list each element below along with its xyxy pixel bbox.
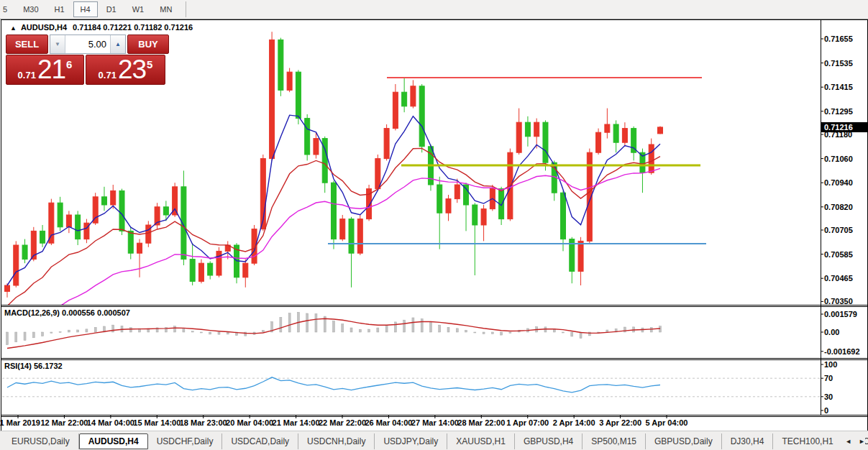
buy-button[interactable]: BUY (127, 35, 169, 54)
one-click-trade-panel: SELL ▼ 5.00 ▲ BUY 0.71216 0.71235 (6, 35, 172, 85)
toolbar-separator (186, 1, 186, 17)
tab-scroll-arrows: ◄ ► (839, 431, 865, 450)
macd-plot[interactable] (6, 312, 662, 348)
price-tick: 0.70465 (824, 274, 853, 283)
date-tick: 22 Mar 22:00 (319, 418, 366, 427)
volume-increase-button[interactable]: ▲ (110, 35, 125, 53)
rsi-label: RSI(14) 56.1732 (4, 362, 63, 370)
rsi-tick: 100 (824, 360, 837, 369)
volume-spinner: ▼ 5.00 ▲ (50, 35, 126, 54)
timeframe-button-h1[interactable]: H1 (47, 1, 72, 17)
triangle-down-icon: ▼ (55, 41, 60, 47)
volume-decrease-button[interactable]: ▼ (50, 35, 65, 53)
price-tick: 0.71655 (824, 35, 853, 43)
sell-price-prefix: 0.71 (18, 70, 36, 81)
date-tick: 14 Mar 04:00 (87, 418, 134, 427)
price-tick: 0.71295 (824, 107, 853, 116)
timeframe-button-mn[interactable]: MN (152, 1, 179, 17)
rsi-tick: 30 (824, 392, 833, 401)
timeframe-button-5[interactable]: 5 (1, 1, 14, 17)
date-tick: 3 Apr 22:00 (599, 418, 641, 427)
tab-scroll-left-button[interactable]: ◄ (845, 438, 851, 445)
chart-title: ▲AUDUSD,H40.71184 0.71221 0.71182 0.7121… (10, 23, 193, 32)
date-tick: 1 Apr 07:00 (506, 418, 549, 427)
chart-tab-eurusd-daily[interactable]: EURUSD,Daily (3, 433, 79, 449)
chart-tab-tech100-h1[interactable]: TECH100,H1 (773, 433, 842, 449)
chart-tab-audusd-h4[interactable]: AUDUSD,H4 (79, 433, 148, 449)
price-tick: 0.70940 (824, 178, 853, 187)
rsi-tick: 0 (824, 406, 828, 415)
timeframe-toolbar: 5M30H1H4D1W1MN (0, 0, 868, 19)
ohlc-values: 0.71184 0.71221 0.71182 0.71216 (73, 23, 193, 32)
buy-price-prefix: 0.71 (99, 70, 117, 81)
date-tick: 21 Mar 14:00 (273, 418, 320, 427)
volume-field[interactable]: 5.00 (65, 35, 110, 53)
rsi-line (7, 377, 660, 392)
price-tick: 0.71535 (824, 59, 853, 68)
rsi-tick: 70 (824, 374, 833, 382)
timeframe-button-h4[interactable]: H4 (73, 1, 98, 17)
tab-scroll-right-button[interactable]: ► (859, 438, 865, 445)
symbol-title: AUDUSD,H4 (21, 23, 67, 32)
price-tick: 0.70585 (824, 250, 853, 259)
buy-price-big: 23 (118, 56, 146, 83)
macd-tick: 0.00 (824, 328, 839, 336)
chart-tab-usdcad-daily[interactable]: USDCAD,Daily (222, 433, 298, 449)
chart-tab-usdchf-daily[interactable]: USDCHF,Daily (148, 433, 223, 449)
timeframe-buttons: 5M30H1H4D1W1MN (0, 1, 180, 17)
date-tick: 12 Mar 22:00 (40, 418, 88, 427)
sell-price-big: 21 (37, 56, 65, 83)
price-tick: 0.71415 (824, 83, 853, 91)
chart-tab-gbpusd-daily[interactable]: GBPUSD,Daily (646, 433, 722, 449)
date-tick: 11 Mar 2019 (0, 418, 40, 427)
price-tick: 0.70705 (824, 226, 853, 234)
one-click-toggle-icon[interactable]: ▲ (10, 24, 17, 32)
chart-tab-usdjpy-daily[interactable]: USDJPY,Daily (375, 433, 447, 449)
chart-window: ▲AUDUSD,H40.71184 0.71221 0.71182 0.7121… (1, 19, 868, 431)
timeframe-button-w1[interactable]: W1 (125, 1, 152, 17)
date-tick: 2 Apr 14:00 (553, 418, 595, 427)
macd-tick: 0.001579 (824, 310, 857, 318)
chart-tab-gbpusd-h4[interactable]: GBPUSD,H4 (515, 433, 583, 449)
price-tick: 0.70820 (824, 203, 853, 211)
date-tick: 15 Mar 14:00 (133, 418, 181, 427)
current-price-tag: 0.71216 (821, 122, 868, 132)
sell-price-pip: 6 (66, 58, 72, 70)
chart-tab-sp500-m15[interactable]: SP500,M15 (583, 433, 646, 449)
date-tick: 28 Mar 22:00 (457, 418, 505, 427)
rsi-plot[interactable] (2, 377, 821, 397)
sell-button[interactable]: SELL (6, 35, 48, 54)
buy-price-pip: 5 (147, 58, 152, 70)
macd-tick: -0.001692 (824, 347, 860, 356)
chart-tabs: EURUSD,DailyAUDUSD,H4USDCHF,DailyUSDCAD,… (3, 433, 868, 449)
date-tick: 20 Mar 04:00 (226, 418, 273, 427)
buy-price-box[interactable]: 0.71235 (86, 55, 165, 85)
chart-tab-dj30-h4[interactable]: DJ30,H4 (722, 433, 774, 449)
chart-tab-xauusd-h1[interactable]: XAUUSD,H1 (447, 433, 515, 449)
date-tick: 18 Mar 23:00 (180, 418, 227, 427)
sell-price-box[interactable]: 0.71216 (6, 55, 84, 85)
date-tick: 26 Mar 04:00 (365, 418, 412, 427)
timeframe-button-d1[interactable]: D1 (99, 1, 124, 17)
arrow-right-icon: ► (859, 438, 865, 445)
timeframe-button-m30[interactable]: M30 (16, 1, 45, 17)
price-tick: 0.70350 (824, 297, 853, 306)
mt4-terminal: 5M30H1H4D1W1MN ▲AUDUSD,H40.71184 0.71221… (0, 0, 868, 450)
price-tick: 0.71060 (824, 155, 853, 163)
date-tick: 27 Mar 14:00 (411, 418, 459, 427)
chart-tab-bar: EURUSD,DailyAUDUSD,H4USDCHF,DailyUSDCAD,… (0, 431, 868, 450)
arrow-left-icon: ◄ (845, 438, 851, 445)
macd-label: MACD(12,26,9) 0.000556 0.000507 (4, 308, 130, 317)
chart-tab-usdcnh-daily[interactable]: USDCNH,Daily (298, 433, 375, 449)
date-tick: 5 Apr 04:00 (646, 418, 688, 427)
triangle-up-icon: ▲ (115, 41, 121, 47)
